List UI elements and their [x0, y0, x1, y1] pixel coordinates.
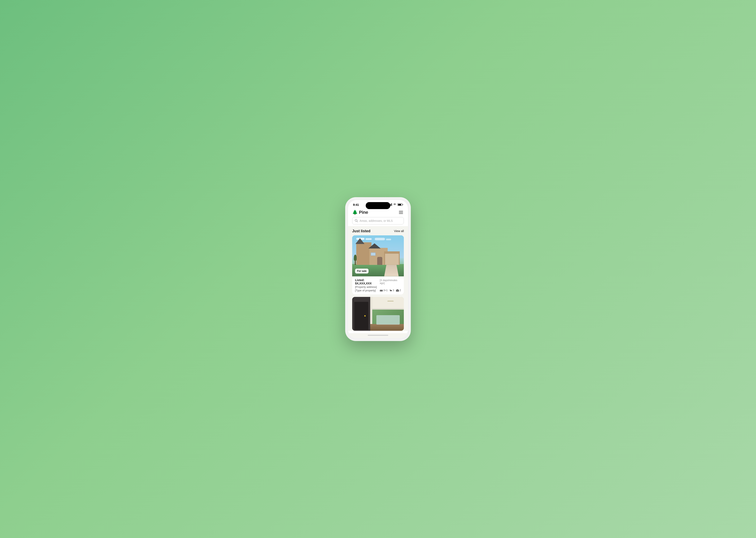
porch-floor	[370, 324, 404, 331]
phone-frame: 9:41	[345, 197, 411, 341]
search-input[interactable]: Areas, addresses, or MLS	[359, 219, 393, 222]
ceiling-fan	[387, 300, 394, 302]
property-card-2[interactable]	[352, 297, 404, 331]
home-indicator	[348, 333, 408, 338]
property-type: [Type of property]	[355, 289, 376, 292]
property-card[interactable]: For sale Listed: $X,XXX,XXX [X days/minu…	[352, 235, 404, 295]
svg-rect-9	[397, 290, 397, 291]
status-time: 9:41	[353, 203, 359, 206]
bed-icon	[380, 289, 383, 292]
for-sale-badge: For sale	[355, 269, 369, 274]
svg-rect-5	[382, 290, 383, 290]
porch-ceiling	[370, 297, 404, 310]
door-frame	[352, 297, 372, 331]
house-structure	[356, 242, 400, 265]
phone-screen: 9:41	[348, 200, 408, 338]
price-row: Listed: $X,XXX,XXX [X days/minutes ago]	[355, 278, 401, 285]
search-icon	[355, 219, 358, 222]
svg-rect-8	[396, 290, 399, 292]
svg-rect-10	[398, 290, 398, 291]
status-icons	[388, 203, 403, 206]
svg-rect-4	[380, 290, 381, 290]
beds-spec: 3+1	[380, 289, 387, 292]
property-specs: 3+1 3	[380, 289, 401, 292]
door-knob	[364, 315, 366, 317]
search-container: Areas, addresses, or MLS	[348, 217, 408, 226]
section-header: Just listed View all	[348, 226, 408, 235]
logo-text: Pine	[359, 210, 368, 215]
view-all-button[interactable]: View all	[394, 229, 404, 233]
driveway	[384, 265, 399, 276]
baths-spec: 3	[390, 289, 394, 292]
section-title: Just listed	[352, 229, 370, 233]
bath-icon	[390, 289, 392, 292]
hamburger-line-2	[399, 212, 403, 213]
garage-spec: 2	[396, 289, 401, 292]
garage-icon	[396, 289, 399, 292]
property-time: [X days/minutes ago]	[380, 279, 401, 285]
property-price: Listed: $X,XXX,XXX	[355, 278, 380, 285]
property-address: [Property address]	[355, 286, 401, 289]
dynamic-island	[366, 202, 390, 209]
tree-left	[354, 255, 357, 265]
search-input-wrap[interactable]: Areas, addresses, or MLS	[352, 217, 404, 225]
porch-sofa	[376, 315, 400, 325]
property-type-row: [Type of property] 3+1	[355, 289, 401, 292]
svg-rect-7	[390, 289, 391, 290]
garage-count: 2	[400, 289, 401, 292]
property-list: For sale Listed: $X,XXX,XXX [X days/minu…	[348, 235, 408, 331]
svg-line-1	[357, 221, 358, 222]
hamburger-button[interactable]	[398, 210, 404, 215]
logo-area: 🌲 Pine	[352, 210, 368, 215]
property-image-1[interactable]: For sale	[352, 235, 404, 276]
status-bar: 9:41	[348, 200, 408, 208]
hamburger-line-1	[399, 211, 403, 211]
door	[354, 302, 368, 330]
baths-count: 3	[393, 289, 394, 292]
pine-tree-icon: 🌲	[352, 210, 358, 215]
home-indicator-bar	[368, 335, 388, 336]
porch-image	[352, 297, 404, 331]
hamburger-line-3	[399, 213, 403, 214]
wifi-icon	[393, 203, 396, 206]
property-info-1: Listed: $X,XXX,XXX [X days/minutes ago] …	[352, 276, 404, 295]
battery-icon	[398, 203, 403, 206]
beds-count: 3+1	[383, 289, 387, 292]
